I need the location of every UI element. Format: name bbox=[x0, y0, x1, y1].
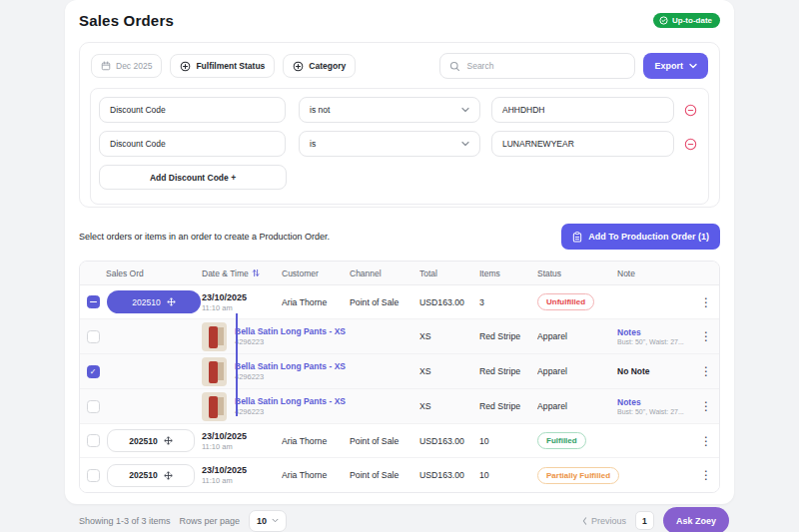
header-date-time[interactable]: Date & Time bbox=[202, 268, 282, 278]
no-note-label: No Note bbox=[617, 366, 693, 376]
order-customer: Aria Thorne bbox=[282, 436, 350, 446]
order-items-count: 10 bbox=[479, 470, 537, 480]
product-sku: 4296223 bbox=[235, 407, 346, 416]
search-input[interactable] bbox=[466, 61, 625, 71]
filter-toolbar: Dec 2025 Fulfilment Status Category bbox=[80, 43, 719, 88]
product-cell: Bella Satin Long Pants - XS 4296223 bbox=[202, 392, 419, 421]
drag-move-icon bbox=[167, 297, 176, 306]
chevron-down-icon bbox=[689, 63, 697, 69]
status-badge: Partially Fulfilled bbox=[537, 467, 619, 484]
filter-value-input[interactable]: LUNARNEWYEAR bbox=[491, 131, 674, 157]
order-date: 23/10/2025 bbox=[202, 292, 282, 302]
clipboard-icon bbox=[572, 232, 582, 243]
order-checkbox-indeterminate[interactable] bbox=[87, 295, 100, 308]
chevron-down-icon bbox=[272, 518, 279, 523]
category-chip[interactable]: Category bbox=[283, 54, 356, 78]
production-hint: Select orders or items in an order to cr… bbox=[79, 232, 330, 242]
product-name-link[interactable]: Bella Satin Long Pants - XS bbox=[235, 361, 346, 371]
row-menu-button[interactable]: ⋮ bbox=[693, 435, 719, 447]
note-detail: Bust: 50", Waist: 27... bbox=[617, 408, 693, 415]
order-tree-connector bbox=[236, 313, 238, 416]
fulfilment-status-label: Fulfilment Status bbox=[196, 61, 265, 71]
orders-table: Sales Ord Date & Time Customer Channel T… bbox=[79, 261, 720, 493]
export-button[interactable]: Export bbox=[643, 53, 708, 79]
line-item-category: Apparel bbox=[537, 366, 617, 376]
status-badge: Unfulfilled bbox=[537, 293, 594, 310]
filter-field-select[interactable]: Discount Code bbox=[99, 97, 286, 123]
product-sku: 4296223 bbox=[235, 372, 346, 381]
line-item-size: XS bbox=[419, 331, 479, 341]
row-menu-button[interactable]: ⋮ bbox=[693, 330, 719, 342]
line-item-row[interactable]: Bella Satin Long Pants - XS 4296223 XS R… bbox=[80, 319, 719, 354]
product-name-link[interactable]: Bella Satin Long Pants - XS bbox=[235, 326, 346, 336]
line-item-checkbox[interactable] bbox=[87, 330, 100, 343]
product-thumbnail bbox=[202, 322, 227, 351]
chevron-left-icon bbox=[582, 517, 587, 525]
fulfilment-status-chip[interactable]: Fulfilment Status bbox=[170, 54, 275, 78]
product-cell: Bella Satin Long Pants - XS 4296223 bbox=[202, 322, 419, 351]
product-sku: 4296223 bbox=[235, 337, 346, 346]
page-number[interactable]: 1 bbox=[635, 511, 654, 530]
row-menu-button[interactable]: ⋮ bbox=[693, 365, 719, 377]
search-icon bbox=[449, 61, 460, 72]
production-bar: Select orders or items in an order to cr… bbox=[79, 224, 720, 250]
order-date-cell: 23/10/2025 11:10 am bbox=[202, 465, 282, 485]
filter-row: Discount Code is LUNARNEWYEAR bbox=[99, 131, 700, 157]
previous-label: Previous bbox=[591, 516, 626, 526]
header-sales-order: Sales Ord bbox=[106, 268, 202, 278]
remove-filter-button[interactable] bbox=[684, 138, 697, 151]
note-link[interactable]: Notes bbox=[617, 397, 693, 407]
line-item-note-cell: Notes Bust: 50", Waist: 27... bbox=[617, 397, 693, 416]
sort-icon[interactable] bbox=[252, 268, 260, 277]
sales-orders-page: Sales Orders Up-to-date Dec 2025 bbox=[0, 0, 799, 532]
order-items-count: 3 bbox=[479, 297, 537, 307]
order-row[interactable]: 202510 23/10/2025 11:10 am Aria Thorne P… bbox=[80, 458, 719, 492]
product-cell: Bella Satin Long Pants - XS 4296223 bbox=[202, 357, 419, 386]
minus-circle-icon bbox=[684, 104, 697, 117]
note-link[interactable]: Notes bbox=[617, 327, 693, 337]
row-menu-button[interactable]: ⋮ bbox=[693, 469, 719, 481]
header-total: Total bbox=[419, 268, 479, 278]
line-item-row[interactable]: Bella Satin Long Pants - XS 4296223 XS R… bbox=[80, 389, 719, 424]
order-row[interactable]: 202510 23/10/2025 11:10 am Aria Thorne P… bbox=[80, 424, 719, 458]
order-checkbox[interactable] bbox=[87, 434, 100, 447]
uptodate-badge: Up-to-date bbox=[653, 13, 720, 28]
remove-filter-button[interactable] bbox=[684, 104, 697, 117]
product-name-link[interactable]: Bella Satin Long Pants - XS bbox=[235, 396, 346, 406]
filter-operator-select[interactable]: is not bbox=[299, 97, 480, 123]
order-id-pill-selected[interactable]: 202510 bbox=[107, 290, 201, 313]
add-to-production-order-button[interactable]: Add To Production Order (1) bbox=[561, 224, 720, 250]
filter-builder: Discount Code is not AHHDHDH bbox=[90, 88, 709, 205]
order-time: 11:10 am bbox=[202, 442, 282, 451]
order-checkbox[interactable] bbox=[87, 469, 100, 482]
page-title: Sales Orders bbox=[79, 12, 174, 29]
row-menu-button[interactable]: ⋮ bbox=[693, 296, 719, 308]
order-total: USD163.00 bbox=[419, 297, 479, 307]
header-status: Status bbox=[537, 268, 617, 278]
order-id-pill[interactable]: 202510 bbox=[107, 429, 195, 452]
line-item-row[interactable]: ✓ Bella Satin Long Pants - XS 4296223 XS… bbox=[80, 354, 719, 389]
product-thumbnail bbox=[202, 357, 227, 386]
filter-value-input[interactable]: AHHDHDH bbox=[491, 97, 674, 123]
operator-value: is bbox=[310, 139, 316, 149]
ask-zoey-button[interactable]: Ask Zoey bbox=[663, 507, 729, 532]
minus-circle-icon bbox=[684, 138, 697, 151]
previous-page-button[interactable]: Previous bbox=[582, 516, 626, 526]
add-discount-code-button[interactable]: Add Discount Code + bbox=[99, 165, 287, 190]
filter-operator-select[interactable]: is bbox=[299, 131, 480, 157]
rows-per-page-value: 10 bbox=[257, 516, 267, 526]
order-row[interactable]: 202510 23/10/2025 11:10 am Aria Thorne P… bbox=[80, 285, 719, 319]
date-filter-chip[interactable]: Dec 2025 bbox=[91, 54, 162, 78]
order-date: 23/10/2025 bbox=[202, 465, 282, 475]
order-id-pill[interactable]: 202510 bbox=[107, 464, 195, 487]
order-time: 11:10 am bbox=[202, 476, 282, 485]
filter-field-select[interactable]: Discount Code bbox=[99, 131, 286, 157]
pagination: Previous 1 Ask Zoey bbox=[582, 507, 729, 532]
rows-per-page-select[interactable]: 10 bbox=[249, 510, 287, 532]
line-item-detail: Red Stripe bbox=[479, 401, 537, 411]
search-field[interactable] bbox=[439, 53, 635, 79]
line-item-checkbox[interactable] bbox=[87, 400, 100, 413]
plus-circle-icon bbox=[293, 61, 304, 72]
row-menu-button[interactable]: ⋮ bbox=[693, 400, 719, 412]
line-item-checkbox-checked[interactable]: ✓ bbox=[87, 365, 100, 378]
